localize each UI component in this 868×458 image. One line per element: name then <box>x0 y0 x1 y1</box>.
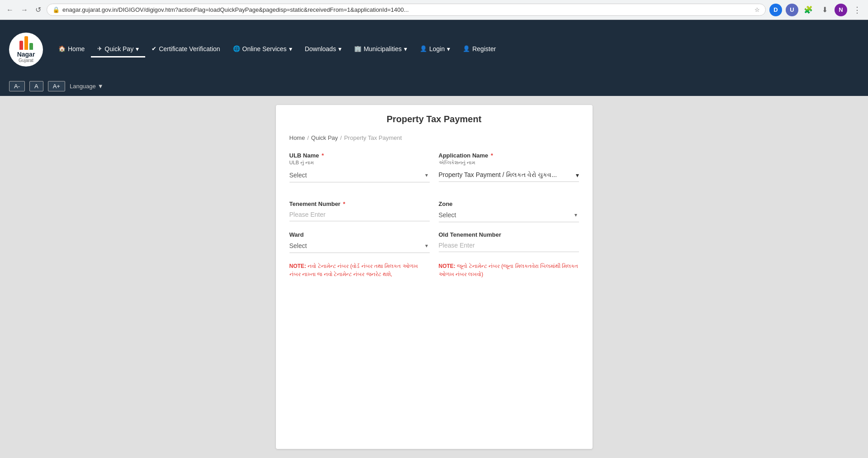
browser-ext-u[interactable]: U <box>786 4 798 16</box>
breadcrumb-quickpay[interactable]: Quick Pay <box>311 134 338 141</box>
language-button[interactable]: Language ▼ <box>70 83 104 90</box>
font-increase-button[interactable]: A+ <box>48 81 65 91</box>
note2-group: NOTE: જૂનો ટેનામેન્ટ નંબર (જૂના મિલકતવેર… <box>439 262 579 278</box>
nav-quickpay-label: Quick Pay <box>104 45 133 52</box>
zone-select[interactable]: Select <box>439 211 579 219</box>
url-text: enagar.gujarat.gov.in/DIGIGOV/digigov.ht… <box>62 6 752 13</box>
logo-sub: Gujarat <box>19 58 33 63</box>
nav-items: 🏠 Home ✈ Quick Pay ▾ ✔ Certificate Verif… <box>52 42 859 57</box>
back-button[interactable]: ← <box>5 4 15 16</box>
ulb-name-select-wrapper[interactable]: Select ▾ <box>289 168 430 182</box>
note1-group: NOTE: નવો ટેનામેન્ટ નંબર (વોર્ડ નંબર તથા… <box>289 262 430 278</box>
page-title: Property Tax Payment <box>289 114 579 129</box>
nav-municipalities[interactable]: 🏢 Municipalities ▾ <box>348 42 413 57</box>
breadcrumb-sep1: / <box>307 134 309 141</box>
app-required-dot: * <box>491 152 493 159</box>
tenement-number-input[interactable] <box>289 208 430 221</box>
nav-downloads[interactable]: Downloads ▾ <box>299 42 348 57</box>
browser-menu[interactable]: ⋮ <box>851 4 863 16</box>
nav-home[interactable]: 🏠 Home <box>52 42 91 57</box>
zone-select-wrapper[interactable]: Select ▾ <box>439 208 579 222</box>
note2-content: જૂનો ટેનામેન્ટ નંબર (જૂના મિલકતવેરા બિલમ… <box>439 263 579 277</box>
nav-online-label: Online Services <box>242 45 287 52</box>
note1-label: NOTE: <box>289 263 306 269</box>
nav-cert[interactable]: ✔ Certificate Verification <box>145 42 226 57</box>
form-row-3: Ward Select ▾ Old Tenement Number <box>289 231 579 253</box>
note1-content: નવો ટેનામેન્ટ નંબર (વોર્ડ નંબર તથા મિલકત… <box>289 263 418 277</box>
quickpay-icon: ✈ <box>97 45 102 52</box>
ulb-required-dot: * <box>322 152 324 159</box>
application-name-group: Application Name * એપ્લિકેશનનું નામ Prop… <box>439 152 579 182</box>
zone-group: Zone Select ▾ <box>439 200 579 222</box>
font-normal-button[interactable]: A <box>29 81 43 91</box>
logo-name: Nagar <box>17 51 35 58</box>
municipalities-icon: 🏢 <box>354 45 361 52</box>
nav-cert-label: Certificate Verification <box>159 45 220 52</box>
logo[interactable]: Nagar Gujarat <box>9 33 52 67</box>
note1-text: NOTE: નવો ટેનામેન્ટ નંબર (વોર્ડ નંબર તથા… <box>289 262 430 278</box>
breadcrumb-current: Property Tax Payment <box>344 134 402 141</box>
login-icon: 👤 <box>420 45 427 52</box>
forward-button[interactable]: → <box>19 4 30 16</box>
quickpay-chevron: ▾ <box>136 45 139 52</box>
navbar: Nagar Gujarat 🏠 Home ✈ Quick Pay ▾ ✔ Cer… <box>0 20 868 79</box>
app-chevron-icon: ▾ <box>576 172 579 179</box>
application-name-label: Application Name * <box>439 152 579 159</box>
breadcrumb: Home / Quick Pay / Property Tax Payment <box>289 134 579 141</box>
form-row-1: ULB Name * ULB નું નામ Select ▾ Applicat… <box>289 152 579 182</box>
home-icon: 🏠 <box>58 45 66 52</box>
nav-home-label: Home <box>68 45 85 52</box>
zone-label: Zone <box>439 200 579 207</box>
ward-group: Ward Select ▾ <box>289 231 430 253</box>
language-chevron: ▼ <box>98 83 104 90</box>
browser-chrome: ← → ↺ 🔒 enagar.gujarat.gov.in/DIGIGOV/di… <box>0 0 868 20</box>
breadcrumb-home[interactable]: Home <box>289 134 305 141</box>
old-tenement-input[interactable] <box>439 239 579 252</box>
browser-ext-d[interactable]: D <box>769 4 782 16</box>
application-name-sublabel: એપ્લિકેશનનું નામ <box>439 160 579 166</box>
nav-register-label: Register <box>472 45 496 52</box>
application-name-value: Property Tax Payment / મિલકત વેરો ચુકવ..… <box>439 168 579 182</box>
tenement-number-group: Tenement Number * <box>289 200 430 222</box>
accessibility-bar: A- A A+ Language ▼ <box>0 79 868 96</box>
note2-text: NOTE: જૂનો ટેનામેન્ટ નંબર (જૂના મિલકતવેર… <box>439 262 579 278</box>
ulb-name-group: ULB Name * ULB નું નામ Select ▾ <box>289 152 430 182</box>
tenement-required-dot: * <box>343 200 345 207</box>
online-chevron: ▾ <box>289 45 292 52</box>
downloads-chevron: ▾ <box>338 45 342 52</box>
font-decrease-button[interactable]: A- <box>9 81 25 91</box>
breadcrumb-sep2: / <box>340 134 342 141</box>
register-icon: 👤 <box>463 45 470 52</box>
address-bar[interactable]: 🔒 enagar.gujarat.gov.in/DIGIGOV/digigov.… <box>47 4 766 16</box>
bookmark-icon[interactable]: ☆ <box>754 6 760 13</box>
page-content: Property Tax Payment Home / Quick Pay / … <box>0 96 868 458</box>
online-icon: 🌐 <box>233 45 240 52</box>
old-tenement-label: Old Tenement Number <box>439 231 579 238</box>
nav-register[interactable]: 👤 Register <box>456 42 502 57</box>
reload-button[interactable]: ↺ <box>33 4 43 16</box>
language-label: Language <box>70 83 96 90</box>
ward-label: Ward <box>289 231 430 238</box>
browser-actions: D U 🧩 ⬇ N ⋮ <box>769 4 863 16</box>
ward-select[interactable]: Select <box>289 242 430 249</box>
tenement-number-label: Tenement Number * <box>289 200 430 207</box>
browser-profile[interactable]: N <box>835 4 847 16</box>
municipalities-chevron: ▾ <box>404 45 407 52</box>
nav-quickpay[interactable]: ✈ Quick Pay ▾ <box>91 42 145 57</box>
ulb-name-select[interactable]: Select <box>289 172 430 179</box>
note2-label: NOTE: <box>439 263 455 269</box>
old-tenement-group: Old Tenement Number <box>439 231 579 253</box>
browser-ext-puzzle[interactable]: 🧩 <box>802 4 815 16</box>
login-chevron: ▾ <box>447 45 450 52</box>
cert-icon: ✔ <box>152 45 157 52</box>
nav-municipalities-label: Municipalities <box>364 45 402 52</box>
form-container: Property Tax Payment Home / Quick Pay / … <box>276 105 593 449</box>
ulb-name-label: ULB Name * <box>289 152 430 159</box>
form-row-2: Tenement Number * Zone Select ▾ <box>289 200 579 222</box>
nav-online-services[interactable]: 🌐 Online Services ▾ <box>227 42 299 57</box>
browser-download[interactable]: ⬇ <box>818 4 831 16</box>
nav-login[interactable]: 👤 Login ▾ <box>413 42 456 57</box>
nav-downloads-label: Downloads <box>305 45 336 52</box>
ward-select-wrapper[interactable]: Select ▾ <box>289 239 430 253</box>
nav-login-label: Login <box>429 45 445 52</box>
